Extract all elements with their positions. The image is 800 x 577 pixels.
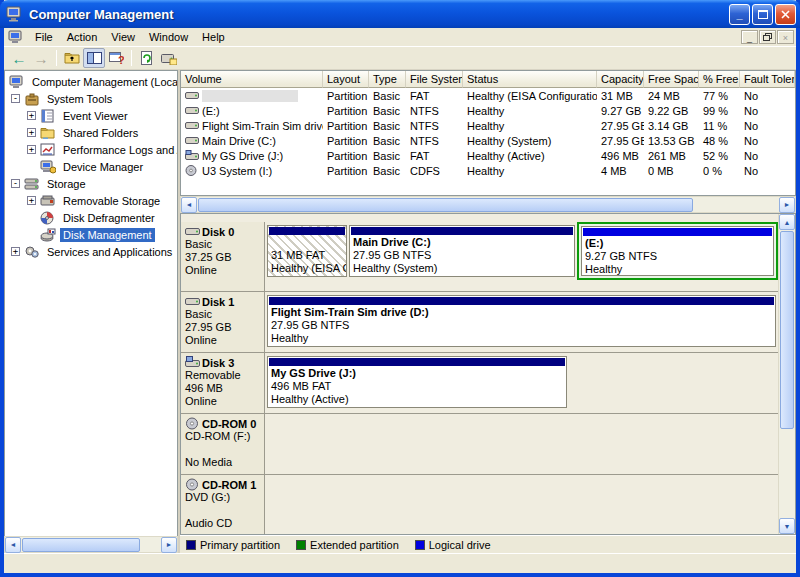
cell-pct-free: 52 % (699, 148, 740, 163)
blank-line (185, 504, 262, 517)
disk-type: Removable (185, 369, 262, 382)
console-system-icon[interactable] (8, 30, 24, 44)
volume-row-eisa[interactable]: Partition Basic FAT Healthy (EISA Config… (181, 88, 795, 103)
scrollbar-thumb[interactable] (780, 231, 794, 429)
cdrom-1-label[interactable]: CD-ROM 1 DVD (G:) Audio CD (181, 475, 265, 534)
help-button[interactable]: ? (105, 48, 127, 68)
media-status: Audio CD (185, 517, 262, 530)
volume-row-i[interactable]: U3 System (I:) Partition Basic CDFS Heal… (181, 163, 795, 178)
tree-item-removable-storage[interactable]: + Removable Storage (5, 192, 177, 209)
menu-action[interactable]: Action (60, 29, 105, 45)
partition-j[interactable]: My GS Drive (J:) 496 MB FAT Healthy (Act… (267, 356, 567, 408)
volume-row-e[interactable]: (E:) Partition Basic NTFS Healthy 9.27 G… (181, 103, 795, 118)
tree-item-services-and-applications[interactable]: + Services and Applications (5, 243, 177, 260)
column-header-free-space[interactable]: Free Space (644, 71, 699, 88)
collapse-icon[interactable]: - (11, 94, 20, 103)
disk-3-label[interactable]: Disk 3 Removable 496 MB Online (181, 353, 265, 413)
menu-help[interactable]: Help (195, 29, 232, 45)
tree-item-event-viewer[interactable]: + Event Viewer (5, 107, 177, 124)
expand-icon[interactable]: + (27, 196, 36, 205)
scroll-right-button[interactable]: ► (161, 537, 177, 553)
scroll-up-button[interactable]: ▲ (779, 214, 795, 230)
cell-free-space: 0 MB (644, 163, 699, 178)
tree-item-label: Performance Logs and Alerts (60, 143, 178, 157)
cell-file-system: FAT (406, 88, 463, 103)
graph-vertical-scrollbar[interactable]: ▲ ▼ (778, 214, 795, 534)
back-button[interactable]: ← (8, 48, 30, 68)
cell-capacity: 4 MB (597, 163, 644, 178)
tree-horizontal-scrollbar[interactable]: ◄ ► (4, 536, 178, 553)
up-one-level-button[interactable] (61, 48, 83, 68)
partition-c[interactable]: Main Drive (C:) 27.95 GB NTFS Healthy (S… (349, 225, 575, 277)
column-header-pct-free[interactable]: % Free (699, 71, 740, 88)
cell-status: Healthy (463, 163, 597, 178)
scroll-left-button[interactable]: ◄ (5, 537, 21, 553)
disk-status: Online (185, 334, 262, 347)
cell-free-space: 24 MB (644, 88, 699, 103)
menu-view[interactable]: View (104, 29, 142, 45)
cdrom-0-row: CD-ROM 0 CD-ROM (F:) No Media (181, 414, 778, 475)
tree-item-label: Disk Defragmenter (60, 211, 158, 225)
tree-item-disk-management[interactable]: Disk Management (5, 226, 177, 243)
expand-icon[interactable]: + (27, 111, 36, 120)
volume-row-d[interactable]: Flight Sim-Train Sim drive (D:) Partitio… (181, 118, 795, 133)
partition-d[interactable]: Flight Sim-Train Sim drive (D:) 27.95 GB… (267, 295, 776, 347)
refresh-button[interactable] (136, 48, 158, 68)
disk-rows: Disk 0 Basic 37.25 GB Online 31 MB FAT H… (181, 214, 778, 534)
tree-item-label: Removable Storage (60, 194, 163, 208)
maximize-button[interactable] (752, 4, 773, 25)
disk-0-label[interactable]: Disk 0 Basic 37.25 GB Online (181, 222, 265, 291)
scroll-down-button[interactable]: ▼ (779, 518, 795, 534)
disk-1-label[interactable]: Disk 1 Basic 27.95 GB Online (181, 292, 265, 352)
menu-window[interactable]: Window (142, 29, 195, 45)
graphical-view: Disk 0 Basic 37.25 GB Online 31 MB FAT H… (180, 213, 796, 535)
menu-file[interactable]: File (28, 29, 60, 45)
extended-partition-swatch (296, 540, 306, 550)
column-header-type[interactable]: Type (369, 71, 406, 88)
partition-e-selected[interactable]: (E:) 9.27 GB NTFS Healthy (581, 226, 774, 276)
tree-item-device-manager[interactable]: Device Manager (5, 158, 177, 175)
tree-item-computer-management[interactable]: Computer Management (Local) (5, 73, 177, 90)
scrollbar-thumb[interactable] (198, 198, 693, 212)
console-tree-panel: Computer Management (Local) - System Too… (4, 70, 180, 553)
tree-item-shared-folders[interactable]: + Shared Folders (5, 124, 177, 141)
cdrom-0-label[interactable]: CD-ROM 0 CD-ROM (F:) No Media (181, 414, 265, 474)
mdi-close-button[interactable]: × (777, 30, 794, 44)
volume-row-c[interactable]: Main Drive (C:) Partition Basic NTFS Hea… (181, 133, 795, 148)
column-header-capacity[interactable]: Capacity (597, 71, 644, 88)
minimize-button[interactable]: _ (729, 4, 750, 25)
disk-properties-button[interactable] (158, 48, 180, 68)
main-area: Computer Management (Local) - System Too… (4, 70, 796, 553)
column-header-fault-tolerance[interactable]: Fault Tolerance (740, 71, 795, 88)
legend-logical-drive: Logical drive (415, 539, 491, 551)
close-button[interactable] (775, 4, 796, 25)
tree-item-system-tools[interactable]: - System Tools (5, 90, 177, 107)
volume-list-horizontal-scrollbar[interactable]: ◄ ► (180, 196, 796, 213)
expand-icon[interactable]: + (27, 128, 36, 137)
mdi-minimize-button[interactable]: _ (741, 30, 758, 44)
scroll-right-button[interactable]: ► (779, 197, 795, 213)
title-bar[interactable]: Computer Management _ (0, 0, 800, 28)
column-header-layout[interactable]: Layout (323, 71, 369, 88)
mdi-restore-button[interactable] (759, 30, 776, 44)
partition-title: My GS Drive (J:) (268, 367, 566, 380)
cell-pct-free: 48 % (699, 133, 740, 148)
show-hide-console-tree-button[interactable] (83, 48, 105, 68)
scrollbar-thumb[interactable] (22, 538, 140, 552)
tree-item-label: Computer Management (Local) (29, 75, 178, 89)
expand-icon[interactable]: + (27, 145, 36, 154)
tree-item-storage[interactable]: - Storage (5, 175, 177, 192)
scroll-left-button[interactable]: ◄ (181, 197, 197, 213)
collapse-icon[interactable]: - (11, 179, 20, 188)
expand-icon[interactable]: + (11, 247, 20, 256)
column-header-status[interactable]: Status (463, 71, 597, 88)
volume-row-j[interactable]: My GS Drive (J:) Partition Basic FAT Hea… (181, 148, 795, 163)
forward-button[interactable]: → (30, 48, 52, 68)
cell-fault-tolerance: No (740, 103, 795, 118)
tree-item-performance-logs[interactable]: + Performance Logs and Alerts (5, 141, 177, 158)
tree-item-disk-defragmenter[interactable]: Disk Defragmenter (5, 209, 177, 226)
column-header-file-system[interactable]: File System (406, 71, 463, 88)
column-header-volume[interactable]: Volume (181, 71, 323, 88)
partition-eisa[interactable]: 31 MB FAT Healthy (EISA Configuration) (267, 225, 347, 277)
disk-0-partitions: 31 MB FAT Healthy (EISA Configuration) M… (265, 222, 778, 291)
